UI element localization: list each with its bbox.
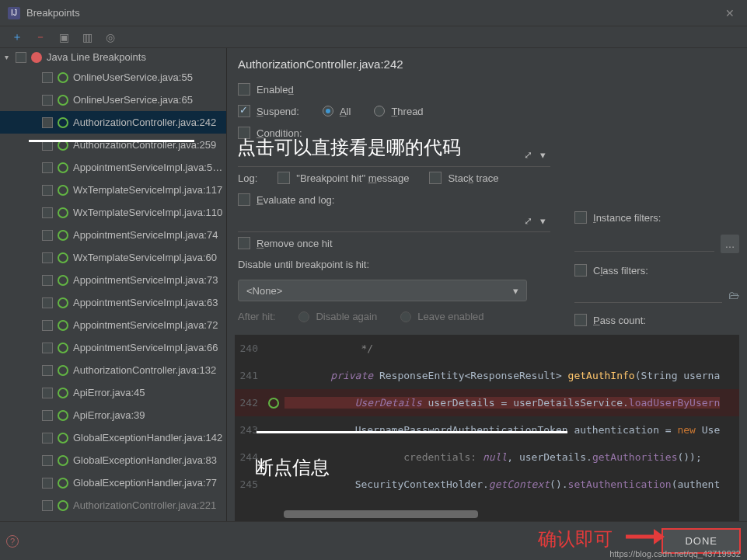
tree-item-label: ApiError.java:45 [73, 387, 145, 398]
item-checkbox[interactable] [42, 230, 53, 241]
chevron-down-icon: ▾ [513, 285, 518, 297]
item-checkbox[interactable] [42, 320, 53, 331]
enabled-label: Enabled [257, 84, 294, 96]
breakpoint-ring-icon [268, 398, 279, 409]
tree-item[interactable]: AuthorizationController.java:221 [0, 494, 226, 517]
tree-item[interactable]: AuthorizationController.java:259 [0, 134, 226, 156]
tree-item-label: AppointmentServiceImpl.java:74 [73, 229, 218, 241]
chevron-down-icon[interactable]: ▾ [5, 53, 9, 61]
item-checkbox[interactable] [42, 500, 53, 511]
class-filters-input[interactable] [574, 287, 722, 303]
remove-once-checkbox[interactable] [238, 237, 250, 249]
folder-icon[interactable]: ▣ [58, 31, 70, 43]
log-stack-checkbox[interactable] [429, 172, 442, 184]
tree-group-java-line[interactable]: ▾ Java Line Breakpoints [0, 48, 226, 66]
suspend-all-label: All [340, 106, 351, 117]
pass-count-checkbox[interactable] [574, 314, 587, 326]
tree-item[interactable]: AppointmentServiceImpl.java:74 [0, 224, 226, 246]
item-checkbox[interactable] [42, 478, 53, 489]
item-checkbox[interactable] [42, 72, 53, 83]
item-checkbox[interactable] [42, 117, 53, 128]
chevron-down-icon[interactable]: ▾ [540, 215, 546, 227]
circle-icon [58, 500, 68, 511]
add-breakpoint-icon[interactable]: ＋ [11, 31, 23, 43]
circle-icon [58, 230, 68, 241]
group-checkbox[interactable] [16, 52, 26, 63]
circle-icon [58, 207, 68, 218]
circle-icon [58, 433, 68, 443]
tree-item[interactable]: WxTemplateServiceImpl.java:60 [0, 246, 226, 269]
tree-item[interactable]: AppointmentServiceImpl.java:589 [0, 156, 226, 179]
disable-until-dropdown[interactable]: <None> ▾ [238, 280, 527, 301]
tree-item[interactable]: WxTemplateServiceImpl.java:110 [0, 201, 226, 224]
tree-item[interactable]: AppointmentServiceImpl.java:66 [0, 336, 226, 359]
tree-item-label: AuthorizationController.java:221 [73, 499, 216, 511]
expand-icon[interactable]: ⤢ [524, 215, 532, 227]
more-icon[interactable]: … [721, 235, 739, 253]
circle-icon [58, 117, 68, 128]
line-number: 245 [235, 478, 263, 490]
tree-item-label: ApiError.java:39 [73, 409, 145, 421]
tree-group-label: Java Line Breakpoints [47, 51, 146, 63]
tree-item-label: OnlineUserService.java:65 [73, 94, 193, 106]
view-options-icon[interactable]: ◎ [104, 31, 117, 43]
item-checkbox[interactable] [42, 388, 53, 398]
tree-item-label: AuthorizationController.java:242 [73, 117, 216, 128]
tree-item[interactable]: AuthorizationController.java:242 [0, 111, 226, 134]
remove-breakpoint-icon[interactable]: － [34, 31, 47, 43]
horizontal-scrollbar[interactable] [284, 510, 478, 518]
item-checkbox[interactable] [42, 410, 53, 421]
breakpoints-tree[interactable]: ▾ Java Line Breakpoints OnlineUserServic… [0, 48, 227, 521]
suspend-checkbox[interactable] [238, 105, 250, 117]
item-checkbox[interactable] [42, 275, 53, 286]
item-checkbox[interactable] [42, 297, 53, 308]
folder-icon[interactable]: 🗁 [728, 289, 739, 301]
instance-filters-checkbox[interactable] [574, 211, 587, 224]
chevron-down-icon[interactable]: ▾ [540, 149, 546, 161]
suspend-all-radio[interactable] [323, 106, 333, 117]
tree-item[interactable]: OnlineUserService.java:55 [0, 66, 226, 89]
evaluate-label: Evaluate and log: [257, 194, 334, 206]
tree-item[interactable]: AuthorizationController.java:132 [0, 359, 226, 381]
tree-item[interactable]: WxTemplateServiceImpl.java:117 [0, 179, 226, 201]
item-checkbox[interactable] [42, 162, 53, 173]
tree-item[interactable]: AppointmentServiceImpl.java:63 [0, 291, 226, 314]
circle-icon [58, 455, 68, 466]
item-checkbox[interactable] [42, 433, 53, 443]
class-filters-checkbox[interactable] [574, 264, 587, 277]
item-checkbox[interactable] [42, 185, 53, 196]
code-line: 243 UsernamePasswordAuthenticationToken … [235, 416, 739, 443]
tree-item-label: GlobalExceptionHandler.java:77 [73, 477, 217, 489]
instance-filters-input[interactable] [574, 236, 714, 252]
log-message-label: "Breakpoint hit" message [296, 172, 409, 184]
tree-item[interactable]: ApiError.java:45 [0, 381, 226, 404]
item-checkbox[interactable] [42, 455, 53, 466]
tree-item-label: GlobalExceptionHandler.java:142 [73, 432, 222, 443]
expand-icon[interactable]: ⤢ [524, 149, 532, 161]
tree-item[interactable]: OnlineUserService.java:65 [0, 89, 226, 111]
log-message-checkbox[interactable] [278, 172, 290, 184]
help-icon[interactable]: ? [6, 535, 19, 548]
condition-checkbox[interactable] [238, 127, 250, 139]
tree-item-label: AppointmentServiceImpl.java:589 [73, 162, 223, 173]
tree-item[interactable]: GlobalExceptionHandler.java:77 [0, 471, 226, 494]
code-line: 240 */ [235, 335, 739, 362]
close-icon[interactable]: ✕ [721, 7, 739, 19]
item-checkbox[interactable] [42, 343, 53, 353]
tree-item[interactable]: GlobalExceptionHandler.java:83 [0, 449, 226, 471]
item-checkbox[interactable] [42, 252, 53, 263]
remove-once-label: Remove once hit [257, 238, 333, 249]
tree-item[interactable]: AppointmentServiceImpl.java:73 [0, 269, 226, 291]
item-checkbox[interactable] [42, 207, 53, 218]
evaluate-checkbox[interactable] [238, 193, 250, 206]
tree-item[interactable]: GlobalExceptionHandler.java:142 [0, 426, 226, 449]
tree-item[interactable]: ApiError.java:39 [0, 404, 226, 426]
enabled-checkbox[interactable] [238, 83, 250, 96]
suspend-thread-radio[interactable] [374, 106, 385, 117]
item-checkbox[interactable] [42, 95, 53, 106]
item-checkbox[interactable] [42, 365, 53, 376]
tree-item-label: OnlineUserService.java:55 [73, 71, 193, 83]
tree-item[interactable]: AppointmentServiceImpl.java:72 [0, 314, 226, 336]
group-by-icon[interactable]: ▥ [81, 31, 93, 43]
line-number: 240 [235, 343, 263, 354]
